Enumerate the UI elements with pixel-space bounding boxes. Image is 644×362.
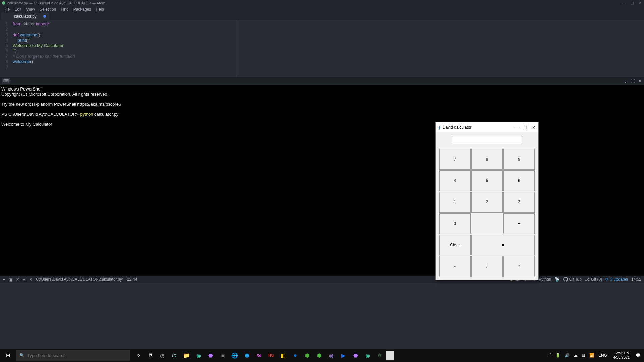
calc-btn-equals[interactable]: = — [471, 235, 535, 255]
terminal-close-icon[interactable]: ✕ — [638, 79, 642, 84]
eclipse-icon[interactable]: ◉ — [326, 350, 337, 361]
atom-icon[interactable]: ⚛ — [374, 350, 385, 361]
tkinter-calculator-window: ∮ David calculator — ☐ ✕ 7 8 9 4 5 6 1 2… — [435, 122, 539, 280]
edge2-icon[interactable]: ◉ — [362, 350, 373, 361]
status-file-path[interactable]: C:\Users\David Ayo\CALCULATOR\calculator… — [36, 277, 123, 282]
search-input[interactable] — [27, 353, 127, 358]
calc-btn-6[interactable]: 6 — [503, 170, 535, 191]
mongodb-icon[interactable]: ⬢ — [302, 350, 313, 361]
status-x2-icon[interactable]: ✕ — [29, 277, 33, 282]
window-controls: — ▢ ✕ — [622, 1, 642, 5]
calc-title-text: David calculator — [443, 125, 471, 130]
menu-packages[interactable]: Packages — [71, 6, 93, 12]
calc-maximize-button[interactable]: ☐ — [523, 125, 527, 130]
calc-btn-4[interactable]: 4 — [439, 170, 471, 191]
menu-view[interactable]: View — [24, 6, 37, 12]
edge-icon[interactable]: ◉ — [193, 350, 204, 361]
status-updates[interactable]: ⟳ 3 updates — [605, 277, 628, 282]
tray-language-icon[interactable]: ENG — [598, 353, 607, 358]
calc-title-bar[interactable]: ∮ David calculator — ☐ ✕ — [436, 122, 538, 132]
maximize-button[interactable]: ▢ — [630, 1, 634, 5]
status-x-icon[interactable]: ✕ — [16, 277, 20, 282]
ru-icon[interactable]: Ru — [266, 350, 276, 361]
calc-display-area — [436, 132, 538, 148]
calc-btn-9[interactable]: 9 — [503, 149, 535, 170]
cortana-icon[interactable]: ○ — [133, 350, 144, 361]
keyboard-icon[interactable]: ⌨ — [2, 78, 10, 84]
code-area[interactable]: from tkinter import* def welcome(): prin… — [11, 20, 644, 77]
search-icon: 🔍 — [19, 353, 24, 358]
xd-icon[interactable]: Xd — [254, 350, 264, 361]
calc-btn-multiply[interactable]: * — [503, 256, 535, 277]
app-icon[interactable]: 🗂 — [169, 350, 180, 361]
app-icon[interactable]: ◧ — [278, 350, 288, 361]
calc-btn-2[interactable]: 2 — [471, 192, 502, 213]
taskbar-apps: ○ ⧉ ◔ 🗂 📁 ◉ ⬣ ▣ 🌐 ⬣ Xd Ru ◧ ● ⬢ ⬢ ◉ ▶ ⬣ … — [133, 350, 394, 361]
status-git[interactable]: ⎇ Git (0) — [585, 277, 602, 282]
chrome-icon[interactable]: 🌐 — [229, 350, 240, 361]
menu-file[interactable]: File — [1, 6, 12, 12]
calc-close-button[interactable]: ✕ — [532, 125, 536, 130]
calc-btn-minus[interactable]: - — [439, 256, 471, 277]
terminal-icon[interactable]: ▣ — [217, 350, 228, 361]
tray-battery-icon[interactable]: 🔋 — [555, 353, 560, 358]
calc-btn-0[interactable]: 0 — [439, 213, 471, 234]
tray-chevron-icon[interactable]: ˄ — [549, 353, 551, 358]
visual-studio-icon[interactable]: ⬣ — [205, 350, 216, 361]
modified-indicator-icon — [43, 15, 46, 18]
system-tray: ˄ 🔋 🔊 ☁ ▦ 📶 ENG 2:52 PM 4/30/2021 💬 — [546, 351, 644, 360]
tray-onedrive-icon[interactable]: ☁ — [574, 353, 578, 358]
terminal-dropdown-icon[interactable]: ⌄ — [624, 79, 627, 84]
calc-display-entry[interactable] — [452, 136, 522, 144]
minimize-button[interactable]: — — [622, 1, 626, 5]
status-cursor-position[interactable]: 22:44 — [127, 277, 137, 282]
menu-selection[interactable]: Selection — [38, 6, 58, 12]
app-icon[interactable]: ⬢ — [314, 350, 325, 361]
calc-keypad: 7 8 9 4 5 6 1 2 3 0 + Clear = - / * — [436, 148, 538, 280]
status-language[interactable]: Python — [539, 277, 551, 282]
terminal-line: Try the new cross-platform PowerShell ht… — [1, 102, 643, 107]
terminal-panel[interactable]: Windows PowerShell Copyright (C) Microso… — [0, 85, 644, 276]
calc-minimize-button[interactable]: — — [514, 125, 519, 130]
editor[interactable]: 123456789 from tkinter import* def welco… — [0, 20, 644, 77]
calc-btn-3[interactable]: 3 — [503, 192, 535, 213]
status-telemetry-icon[interactable]: 📡 — [555, 277, 560, 282]
tray-volume-icon[interactable]: 🔊 — [565, 353, 570, 358]
menu-edit[interactable]: Edit — [12, 6, 23, 12]
vs-icon[interactable]: ⬣ — [350, 350, 361, 361]
calc-empty-cell — [471, 213, 502, 234]
taskbar-search[interactable]: 🔍 — [16, 350, 130, 361]
menu-find[interactable]: Find — [59, 6, 70, 12]
notepad-icon[interactable] — [386, 351, 394, 360]
calc-btn-8[interactable]: 8 — [471, 149, 502, 170]
tray-wifi-icon[interactable]: 📶 — [589, 353, 594, 358]
atom-logo-icon — [2, 1, 5, 5]
calc-btn-divide[interactable]: / — [471, 256, 502, 277]
tab-bar: calculator.py — [0, 13, 644, 20]
status-plus-icon[interactable]: + — [3, 277, 5, 282]
file-explorer-icon[interactable]: 📁 — [181, 350, 192, 361]
tray-clock[interactable]: 2:52 PM 4/30/2021 — [611, 351, 632, 360]
app-icon[interactable]: ◔ — [157, 350, 168, 361]
vscode-icon[interactable]: ⬣ — [241, 350, 252, 361]
calc-btn-plus[interactable]: + — [503, 213, 535, 234]
tray-notifications-icon[interactable]: 💬 — [636, 353, 641, 358]
menu-help[interactable]: Help — [94, 6, 106, 12]
status-bar: + ▣ ✕ + ✕ C:\Users\David Ayo\CALCULATOR\… — [0, 276, 644, 283]
status-github[interactable]: GitHub — [563, 277, 582, 282]
tab-calculator-py[interactable]: calculator.py — [1, 13, 49, 20]
app-icon[interactable]: ● — [290, 350, 301, 361]
calc-btn-clear[interactable]: Clear — [439, 235, 471, 255]
start-button[interactable]: ⊞ — [0, 352, 16, 358]
calc-btn-1[interactable]: 1 — [439, 192, 471, 213]
status-plus2-icon[interactable]: + — [23, 277, 26, 282]
terminal-maximize-icon[interactable]: ⛶ — [631, 79, 635, 84]
task-view-icon[interactable]: ⧉ — [145, 350, 156, 361]
calc-btn-7[interactable]: 7 — [439, 149, 471, 170]
close-button[interactable]: ✕ — [639, 1, 642, 5]
calc-btn-5[interactable]: 5 — [471, 170, 502, 191]
powershell-icon[interactable]: ▶ — [338, 350, 349, 361]
status-terminal-icon[interactable]: ▣ — [9, 277, 13, 282]
tray-icon[interactable]: ▦ — [582, 353, 585, 358]
terminal-header: ⌨ ⌄ ⛶ ✕ — [0, 77, 644, 85]
